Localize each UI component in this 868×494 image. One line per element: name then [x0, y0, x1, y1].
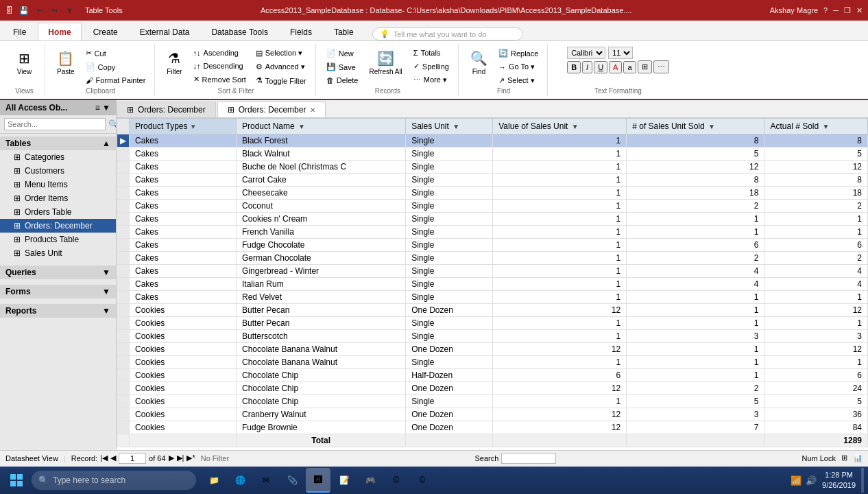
table-row[interactable]: CakesBuche de Noel (Christmas CSingle112…: [117, 161, 868, 174]
nav-last-btn[interactable]: ▶|: [177, 454, 184, 462]
tab-external-data[interactable]: External Data: [130, 23, 200, 40]
nav-next-btn[interactable]: ▶: [169, 454, 174, 462]
search-input[interactable]: [501, 453, 556, 464]
table-row[interactable]: CookiesButter PecanSingle111: [117, 317, 868, 330]
taskbar-app-word[interactable]: 📝: [332, 468, 357, 493]
taskbar-app-paperclip[interactable]: 📎: [280, 468, 304, 493]
nav-first-btn[interactable]: |◀: [100, 454, 108, 462]
table-row[interactable]: CakesCoconutSingle122: [117, 200, 868, 213]
col-product-types[interactable]: Product Types ▼: [130, 119, 237, 134]
table-row[interactable]: CakesFrench VanillaSingle111: [117, 226, 868, 239]
tab-orders-december-1[interactable]: ⊞ Orders: December: [117, 102, 216, 117]
taskbar-app-chrome[interactable]: 🌐: [228, 468, 252, 493]
find-button[interactable]: 🔍 Find: [466, 47, 492, 79]
delete-button[interactable]: 🗑 Delete: [323, 74, 362, 86]
table-row[interactable]: ▶CakesBlack ForestSingle188: [117, 134, 868, 148]
reports-section-header[interactable]: Reports ▼: [0, 304, 116, 318]
goto-button[interactable]: → Go To ▾: [495, 60, 542, 73]
tables-section-header[interactable]: Tables ▲: [0, 137, 116, 150]
col-value-of-sales-unit[interactable]: Value of Sales Unit ▼: [493, 119, 627, 134]
col-filter-actual[interactable]: ▼: [823, 123, 830, 130]
queries-section-header[interactable]: Queries ▼: [0, 266, 116, 279]
close-btn[interactable]: ✕: [856, 6, 863, 15]
table-row[interactable]: CakesRed VelvetSingle111: [117, 291, 868, 304]
taskbar-app-c1[interactable]: ©: [384, 468, 409, 493]
table-row[interactable]: CookiesChocolate Banana WalnutOne Dozen1…: [117, 343, 868, 356]
refresh-all-button[interactable]: 🔄 Refresh All: [364, 47, 407, 79]
bold-button[interactable]: B: [567, 61, 581, 73]
spelling-button[interactable]: ✓ Spelling: [410, 60, 453, 73]
nav-item-orders-table[interactable]: ⊞ Orders Table: [0, 205, 116, 219]
grid-button[interactable]: ⊞: [638, 60, 652, 73]
select-button[interactable]: ↗ Select ▾: [495, 74, 542, 87]
taskbar-app-game[interactable]: 🎮: [358, 468, 383, 493]
view-icon-2[interactable]: 📊: [853, 454, 863, 462]
taskbar-search[interactable]: 🔍 Type here to search: [32, 471, 196, 490]
col-filter-product-name[interactable]: ▼: [298, 123, 305, 130]
tab-home[interactable]: Home: [38, 23, 81, 40]
start-button[interactable]: [4, 468, 29, 493]
table-row[interactable]: CookiesChocolate ChipOne Dozen12224: [117, 382, 868, 395]
taskbar-app-mail[interactable]: ✉: [254, 468, 278, 493]
forms-section-header[interactable]: Forms ▼: [0, 285, 116, 298]
format-painter-button[interactable]: 🖌 Format Painter: [82, 74, 149, 86]
nav-search-input[interactable]: [4, 118, 106, 130]
highlight-button[interactable]: a: [623, 61, 636, 73]
nav-item-products-table[interactable]: ⊞ Products Table: [0, 233, 116, 246]
taskbar-app-access[interactable]: 🅰: [306, 468, 330, 493]
quick-access-redo[interactable]: ↪: [49, 5, 60, 16]
taskbar-app-explorer[interactable]: 📁: [202, 468, 226, 493]
table-row[interactable]: CookiesButterscotchSingle133: [117, 330, 868, 343]
table-row[interactable]: CakesBlack WalnutSingle155: [117, 148, 868, 161]
minimize-btn[interactable]: ─: [833, 6, 839, 14]
font-size-select[interactable]: 11: [608, 47, 633, 59]
taskbar-app-c2[interactable]: ©: [410, 468, 435, 493]
save-button[interactable]: 💾 Save: [323, 60, 362, 73]
nav-item-orders-december[interactable]: ⊞ Orders: December: [0, 219, 116, 233]
font-color-button[interactable]: A: [609, 61, 622, 73]
table-row[interactable]: CakesFudge ChocolateSingle166: [117, 239, 868, 252]
col-product-name[interactable]: Product Name ▼: [237, 119, 406, 134]
col-sales-unit[interactable]: Sales Unit ▼: [406, 119, 493, 134]
paste-button[interactable]: 📋 Paste: [52, 47, 80, 79]
col-actual-num-sold[interactable]: Actual # Sold ▼: [764, 119, 868, 134]
table-row[interactable]: CookiesChocolate Banana WalnutSingle111: [117, 356, 868, 369]
quick-access-dropdown[interactable]: ▼: [64, 5, 75, 15]
filter-button[interactable]: ⚗ Filter: [162, 47, 186, 79]
nav-item-categories[interactable]: ⊞ Categories: [0, 150, 116, 164]
more-format-button[interactable]: ⋯: [653, 60, 669, 73]
tab-database-tools[interactable]: Database Tools: [201, 23, 278, 40]
tab-create[interactable]: Create: [83, 23, 128, 40]
toggle-filter-button[interactable]: ⚗ Toggle Filter: [252, 74, 310, 87]
col-filter-num[interactable]: ▼: [708, 123, 715, 130]
view-icon-1[interactable]: ⊞: [841, 454, 847, 462]
nav-item-customers[interactable]: ⊞ Customers: [0, 164, 116, 178]
descending-button[interactable]: ↓↑ Descending: [190, 60, 250, 72]
table-row[interactable]: CookiesButter PecanOne Dozen12112: [117, 304, 868, 317]
remove-sort-button[interactable]: ✕ Remove Sort: [190, 73, 250, 86]
font-family-select[interactable]: Calibri: [567, 47, 605, 59]
new-button[interactable]: 📄 New: [323, 47, 362, 60]
help-btn[interactable]: ?: [823, 6, 828, 14]
col-filter-value[interactable]: ▼: [572, 123, 579, 130]
nav-item-menu-items[interactable]: ⊞ Menu Items: [0, 178, 116, 191]
tab-fields[interactable]: Fields: [280, 23, 322, 40]
selection-button[interactable]: ▤ Selection ▾: [252, 47, 310, 60]
totals-button[interactable]: Σ Totals: [410, 47, 453, 59]
table-row[interactable]: CakesGerman ChocolateSingle122: [117, 252, 868, 265]
table-row[interactable]: CakesCarrot CakeSingle188: [117, 174, 868, 187]
record-input[interactable]: [119, 453, 146, 464]
replace-button[interactable]: 🔄 Replace: [495, 47, 542, 60]
quick-access-undo[interactable]: ↩: [35, 5, 45, 16]
italic-button[interactable]: I: [582, 61, 592, 73]
table-row[interactable]: CakesCheesecakeSingle11818: [117, 187, 868, 200]
tab-orders-december-2[interactable]: ⊞ Orders: December ✕: [217, 102, 326, 117]
show-desktop-btn[interactable]: [861, 468, 864, 493]
table-row[interactable]: CookiesChocolate ChipHalf-Dozen616: [117, 369, 868, 382]
copy-button[interactable]: 📄 Copy: [82, 60, 149, 73]
ascending-button[interactable]: ↑↓ Ascending: [190, 47, 250, 59]
tab-close-btn[interactable]: ✕: [310, 106, 315, 114]
table-row[interactable]: CookiesChocolate ChipSingle155: [117, 395, 868, 408]
nav-item-sales-unit[interactable]: ⊞ Sales Unit: [0, 246, 116, 260]
table-row[interactable]: CookiesCranberry WalnutOne Dozen12336: [117, 408, 868, 421]
